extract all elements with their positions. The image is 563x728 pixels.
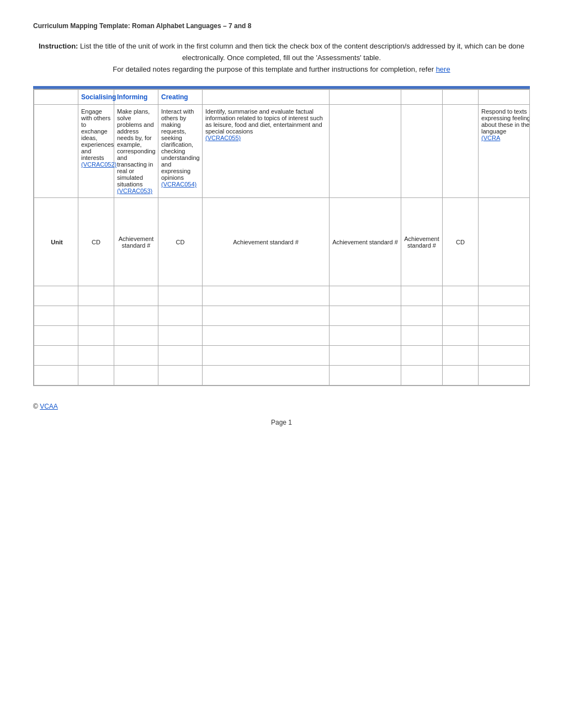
vcrac055-link[interactable]: (VCRAC055) <box>205 135 241 141</box>
content-ach1-cell <box>330 105 401 198</box>
here-link[interactable]: here <box>436 65 450 73</box>
instruction-block: Instruction: List the title of the unit … <box>33 41 530 75</box>
content-ach2-cell <box>401 105 443 198</box>
content-resp-cell: Respond to texts expressing feelings abo… <box>479 105 530 198</box>
header-cre: Creating <box>158 90 203 105</box>
footer: © VCAA <box>33 403 530 410</box>
empty-row-5 <box>34 366 530 386</box>
curriculum-table: Socialising Informing Creating Engage wi… <box>34 89 530 386</box>
header-inf: Informing <box>114 90 158 105</box>
header-ach1 <box>330 90 401 105</box>
unit-cd-cell: CD <box>443 198 479 286</box>
unit-label-cell: Unit <box>34 198 78 286</box>
page-title: Curriculum Mapping Template: Roman Alpha… <box>33 22 530 30</box>
instruction-text2: For detailed notes regarding the purpose… <box>113 65 435 73</box>
unit-resp-cell <box>479 198 530 286</box>
main-table-wrapper: Socialising Informing Creating Engage wi… <box>33 89 530 386</box>
header-resp <box>479 90 530 105</box>
unit-inf-cell: Achievement standard # <box>114 198 158 286</box>
content-cre-cell: Interact with others by making requests,… <box>158 105 203 198</box>
empty-row-1 <box>34 286 530 306</box>
content-unit-cell <box>34 105 78 198</box>
vcrac052-link[interactable]: (VCRAC052) <box>81 161 116 168</box>
vcaa-link[interactable]: VCAA <box>40 403 58 410</box>
empty-row-4 <box>34 346 530 366</box>
content-soc-cell: Engage with others to exchange ideas, ex… <box>78 105 114 198</box>
content-row: Engage with others to exchange ideas, ex… <box>34 105 530 198</box>
vcrac054-link[interactable]: (VCRAC054) <box>161 181 196 188</box>
content-inf-cell: Make plans, solve problems and address n… <box>114 105 158 198</box>
vcra-link[interactable]: (VCRA <box>481 135 500 141</box>
unit-ach1-cell: Achievement standard # <box>330 198 401 286</box>
empty-row-3 <box>34 326 530 346</box>
header-id <box>203 90 330 105</box>
unit-cre-cell: CD <box>158 198 203 286</box>
unit-id-cell: Achievement standard # <box>203 198 330 286</box>
header-ach2 <box>401 90 443 105</box>
content-id-cell: Identify, summarise and evaluate factual… <box>203 105 330 198</box>
unit-ach2-cell: Achievement standard # <box>401 198 443 286</box>
header-row: Socialising Informing Creating <box>34 90 530 105</box>
header-unit <box>34 90 78 105</box>
instruction-text: List the title of the unit of work in th… <box>78 42 524 62</box>
content-cd2-cell <box>443 105 479 198</box>
unit-soc-cell: CD <box>78 198 114 286</box>
header-cd <box>443 90 479 105</box>
footer-symbol: © <box>33 403 38 410</box>
header-soc: Socialising <box>78 90 114 105</box>
unit-row: Unit CD Achievement standard # CD Achiev… <box>34 198 530 286</box>
empty-row-2 <box>34 306 530 326</box>
instruction-label: Instruction: <box>39 42 78 50</box>
vcrac053-link[interactable]: (VCRAC053) <box>117 188 152 194</box>
page-number: Page 1 <box>33 419 530 426</box>
